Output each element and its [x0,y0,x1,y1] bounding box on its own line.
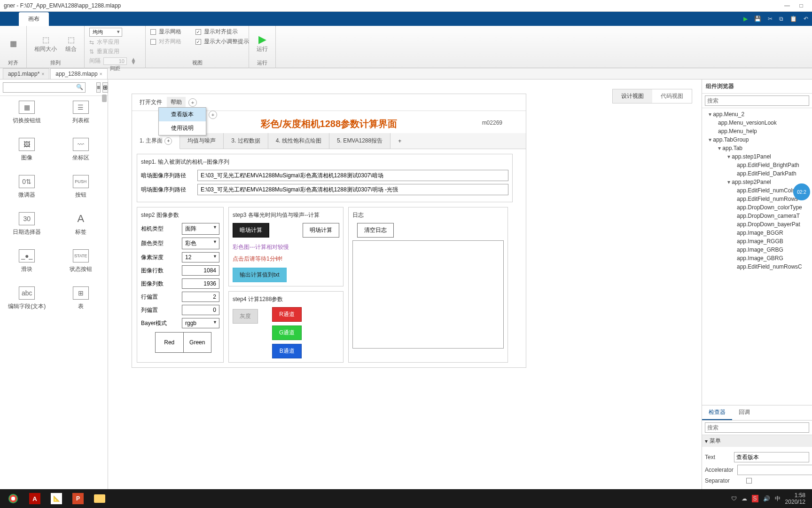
add-tab-icon[interactable]: + [164,137,172,145]
close-icon[interactable]: × [100,71,102,77]
add-tab-button[interactable]: + [390,133,409,149]
prop-accel-input[interactable] [737,465,812,475]
filetab-app1288[interactable]: app_1288.mlapp× [50,68,107,79]
inspector-tab[interactable]: 检查器 [702,405,732,420]
apptab-main[interactable]: 1. 主界面+ [132,133,180,149]
show-grid-checkbox[interactable] [150,29,156,35]
rchannel-button[interactable]: R通道 [272,307,302,322]
tree-item[interactable]: app.Menu_2 [702,110,812,119]
component-search-input[interactable] [3,82,86,93]
comp-spinner[interactable]: 0⇅微调器 [6,175,48,199]
snap-grid-checkbox[interactable] [150,39,156,45]
comp-datepicker[interactable]: 30日期选择器 [6,212,48,236]
add-menu-icon[interactable]: + [188,98,197,107]
taskbar-matlab[interactable]: 📐 [46,491,67,506]
comp-image[interactable]: 🖼图像 [6,138,48,162]
comp-button[interactable]: PUSH按钮 [60,175,102,199]
undo-icon[interactable]: ↶ [804,16,808,22]
rows-input[interactable] [182,265,219,276]
run-button[interactable]: ▶运行 [254,33,271,54]
bchannel-button[interactable]: B通道 [272,344,302,358]
component-tree[interactable]: app.Menu_2app.Menu_versionLookapp.Menu_h… [702,108,812,405]
tree-item[interactable]: app.Image_BGGR [702,229,812,237]
cameratype-select[interactable]: 面阵 [182,223,219,235]
bayer-select[interactable]: rggb [182,318,219,328]
distribute-combo[interactable]: 均均 [89,28,122,37]
rowoff-input[interactable] [182,292,219,302]
tree-item[interactable]: app.Menu_versionLook [702,119,812,127]
log-textarea[interactable] [352,240,504,349]
comp-axes[interactable]: 〰坐标区 [60,138,102,162]
tree-item[interactable]: app.Menu_help [702,127,812,135]
menu-help[interactable]: 帮助 [167,97,186,108]
gchannel-button[interactable]: G通道 [272,325,302,340]
clearlog-button[interactable]: 清空日志 [357,223,394,238]
code-view-tab[interactable]: 代码视图 [652,89,692,103]
menu-section[interactable]: ▾菜单 [702,435,812,447]
tree-item[interactable]: app.Image_GRBG [702,246,812,254]
filetab-app1[interactable]: app1.mlapp*× [3,68,49,79]
tree-item[interactable]: app.step2Panel [702,178,812,186]
design-view-tab[interactable]: 设计视图 [613,89,652,103]
menuitem-manual[interactable]: 使用说明 [159,121,206,135]
taskbar-explorer[interactable] [89,491,110,506]
comp-editfield[interactable]: abc编辑字段(文本) [6,286,48,310]
scrollbar-thumb[interactable] [102,95,107,102]
resize-hint-checkbox[interactable] [195,39,201,45]
coloff-input[interactable] [182,305,219,315]
prop-text-input[interactable] [734,452,809,462]
tree-item[interactable]: app.DropDown_cameraT [702,212,812,220]
save-icon[interactable]: 💾 [754,16,761,22]
tray-icon[interactable]: ☁ [742,495,747,502]
tree-item[interactable]: app.EditField_numRowsC [702,262,812,271]
tree-item[interactable]: app.EditField_BrightPath [702,161,812,169]
group-button[interactable]: ⬚组合 [62,33,79,54]
comp-table[interactable]: ⊞表 [60,286,102,310]
system-tray[interactable]: 🛡 ☁ S 🔊 中 1:58 2020/12 [731,492,809,505]
taskbar-chrome[interactable] [3,491,23,506]
tree-item[interactable]: app.Image_GBRG [702,254,812,262]
same-size-button[interactable]: ⬚相同大小 [31,33,60,54]
tree-item[interactable]: app.Image_RGGB [702,237,812,246]
tray-ime[interactable]: 中 [775,495,781,503]
taskbar-pdf[interactable]: A [24,491,45,506]
comp-listbox[interactable]: ☰列表框 [60,101,102,125]
copy-icon[interactable]: ⧉ [779,16,783,22]
brightpath-input[interactable] [197,184,508,195]
tree-item[interactable]: app.DropDown_bayerPat [702,220,812,229]
comp-label[interactable]: A标签 [60,212,102,236]
tree-item[interactable]: app.Tab [702,144,812,152]
list-view-icon[interactable]: ≡ [96,82,101,93]
tree-item[interactable]: app.step1Panel [702,152,812,161]
apptab-report[interactable]: 5. EMVA1288报告 [329,133,390,149]
colortype-select[interactable]: 彩色 [182,238,219,249]
prop-sep-checkbox[interactable] [746,478,752,484]
darkpath-input[interactable] [197,170,508,181]
cols-input[interactable] [182,278,219,289]
tray-icon[interactable]: 🛡 [731,495,737,502]
tray-icon[interactable]: 🔊 [763,495,770,502]
callback-tab[interactable]: 回调 [732,405,757,420]
tree-item[interactable]: app.DropDown_colorType [702,203,812,212]
browser-search-input[interactable] [705,95,809,106]
menu-openfile[interactable]: 打开文件 [136,97,166,108]
align-hint-checkbox[interactable] [195,29,201,35]
grid-view-icon[interactable]: ⊞ [102,82,108,93]
tree-item[interactable]: app.EditField_DarkPath [702,169,812,178]
comp-statebutton[interactable]: STATE状态按钮 [60,249,102,273]
maximize-icon[interactable]: □ [794,2,808,9]
taskbar-powerpoint[interactable]: P [68,491,88,506]
design-canvas[interactable]: 设计视图 代码视图 打开文件 帮助 + 查看版本+ 使用说明 彩色/灰度相机12… [108,79,702,489]
apptab-linear[interactable]: 4. 线性饱和点绘图 [268,133,329,149]
ribbon-tab-canvas[interactable]: 画布 [19,12,49,26]
close-icon[interactable]: × [41,71,44,77]
inspector-search-input[interactable] [705,422,809,433]
pixdepth-select[interactable]: 12 [182,252,219,262]
tray-icon[interactable]: S [752,495,758,502]
export-button[interactable]: 输出计算值到txt [233,268,287,282]
paste-icon[interactable]: 📋 [790,16,797,22]
align-button[interactable]: ▦ [5,37,22,50]
minimize-icon[interactable]: — [780,2,794,9]
cut-icon[interactable]: ✂ [768,16,773,22]
brightcalc-button[interactable]: 明场计算 [303,223,339,238]
